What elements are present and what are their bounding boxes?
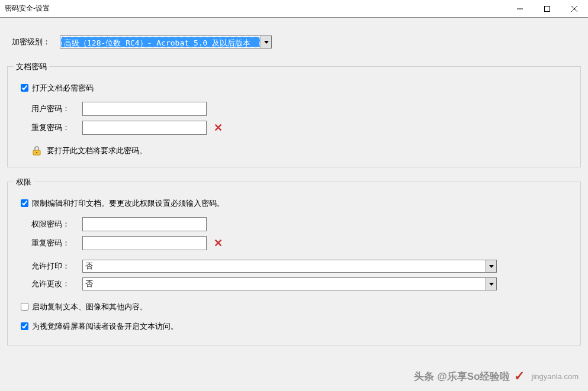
encryption-level-select[interactable]: 高级（128-位数 RC4）- Acrobat 5.0 及以后版本 (60, 35, 272, 49)
restrict-editing-row[interactable]: 限制编辑和打印文档。要更改此权限设置必须输入密码。 (18, 198, 573, 209)
enable-accessibility-checkbox[interactable] (21, 322, 28, 330)
permissions-legend: 权限 (14, 177, 34, 188)
close-button[interactable] (561, 0, 588, 17)
minimize-button[interactable] (506, 0, 534, 17)
watermark: 头条 @乐享So经验啦 ✓ jingyanla.com (414, 369, 579, 384)
require-open-password-label: 打开文档必需密码 (32, 83, 94, 93)
enable-copy-label: 启动复制文本、图像和其他内容。 (32, 302, 147, 312)
encryption-level-row: 加密级别： 高级（128-位数 RC4）- Acrobat 5.0 及以后版本 (12, 35, 583, 49)
maximize-icon (544, 6, 550, 12)
allow-print-select[interactable]: 否 (82, 260, 497, 273)
user-password-repeat-input[interactable] (82, 121, 207, 135)
chevron-down-icon (486, 260, 496, 272)
close-icon (571, 6, 577, 12)
require-open-password-checkbox[interactable] (21, 84, 28, 92)
restrict-editing-label: 限制编辑和打印文档。要更改此权限设置必须输入密码。 (32, 198, 224, 209)
document-password-info-row: 要打开此文档将要求此密码。 (31, 146, 573, 156)
dialog-content: 加密级别： 高级（128-位数 RC4）- Acrobat 5.0 及以后版本 … (0, 18, 588, 345)
restrict-editing-checkbox[interactable] (21, 199, 28, 207)
enable-accessibility-label: 为视觉障碍屏幕阅读者设备开启文本访问。 (32, 321, 178, 332)
permission-password-label: 权限密码： (31, 219, 82, 230)
user-password-row: 用户密码： (31, 102, 573, 116)
allow-print-value: 否 (83, 260, 486, 272)
allow-change-value: 否 (83, 278, 486, 290)
permissions-group: 权限 限制编辑和打印文档。要更改此权限设置必须输入密码。 权限密码： 重复密码：… (7, 182, 581, 345)
permission-password-row: 权限密码： (31, 217, 573, 231)
user-password-input[interactable] (82, 102, 207, 116)
user-password-repeat-row: 重复密码： ✕ (31, 121, 573, 135)
user-password-label: 用户密码： (31, 104, 82, 114)
minimize-icon (517, 6, 523, 12)
enable-copy-checkbox[interactable] (21, 303, 28, 311)
permission-password-repeat-input[interactable] (82, 236, 207, 250)
chevron-down-icon (486, 278, 496, 290)
svg-rect-1 (545, 6, 550, 11)
encryption-level-label: 加密级别： (12, 37, 50, 47)
allow-print-row: 允许打印： 否 (31, 260, 573, 273)
user-password-repeat-label: 重复密码： (31, 122, 82, 133)
maximize-button[interactable] (534, 0, 561, 17)
document-password-info-text: 要打开此文档将要求此密码。 (47, 146, 147, 156)
enable-copy-row[interactable]: 启动复制文本、图像和其他内容。 (18, 301, 573, 312)
title-bar: 密码安全-设置 (0, 0, 588, 18)
checkmark-icon: ✓ (514, 369, 525, 384)
chevron-down-icon (261, 36, 271, 48)
document-password-group: 文档密码 打开文档必需密码 用户密码： 重复密码： ✕ 要打开此文档将要求此密码… (7, 66, 581, 167)
watermark-site: jingyanla.com (532, 372, 579, 381)
allow-change-select[interactable]: 否 (82, 277, 497, 290)
svg-point-5 (36, 152, 37, 153)
allow-change-label: 允许更改： (31, 279, 82, 289)
permission-password-repeat-row: 重复密码： ✕ (31, 236, 573, 250)
lock-icon (31, 146, 42, 156)
invalid-icon: ✕ (214, 121, 223, 134)
invalid-icon: ✕ (214, 237, 223, 250)
allow-print-label: 允许打印： (31, 261, 82, 272)
window-controls (506, 0, 588, 17)
document-password-legend: 文档密码 (14, 62, 49, 72)
enable-accessibility-row[interactable]: 为视觉障碍屏幕阅读者设备开启文本访问。 (18, 321, 573, 332)
watermark-text: 头条 @乐享So经验啦 (414, 370, 510, 383)
permission-password-input[interactable] (82, 217, 207, 231)
window-title: 密码安全-设置 (5, 4, 50, 14)
permission-password-repeat-label: 重复密码： (31, 238, 82, 248)
allow-change-row: 允许更改： 否 (31, 277, 573, 290)
encryption-level-value: 高级（128-位数 RC4）- Acrobat 5.0 及以后版本 (61, 37, 260, 47)
require-open-password-row[interactable]: 打开文档必需密码 (18, 82, 573, 93)
